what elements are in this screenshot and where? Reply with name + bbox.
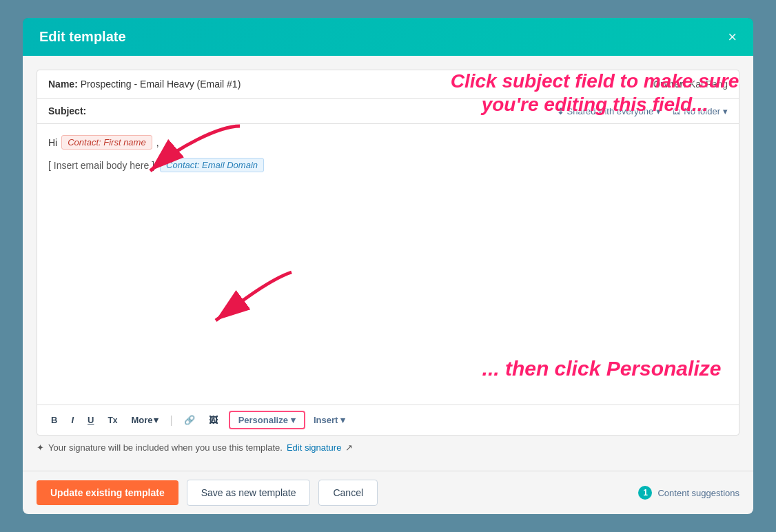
modal-footer: Update existing template Save as new tem… xyxy=(23,471,753,514)
more-chevron-icon: ▾ xyxy=(154,415,159,425)
strikethrough-button[interactable]: Tx xyxy=(105,414,120,427)
comma: , xyxy=(156,137,159,148)
external-link-icon: ↗ xyxy=(345,442,353,453)
chevron-down-icon: ▾ xyxy=(656,106,661,116)
italic-button[interactable]: I xyxy=(68,413,76,427)
email-domain-token: Contact: Email Domain xyxy=(160,158,264,172)
personalize-button[interactable]: Personalize ▾ xyxy=(229,411,305,429)
download-icon: ⬇ xyxy=(557,106,564,116)
owner-label: Owner: xyxy=(653,79,686,90)
name-value: Prospecting - Email Heavy (Email #1) xyxy=(81,79,241,90)
insert-button[interactable]: Insert ▾ xyxy=(314,415,345,425)
modal-overlay: Edit template × Name: Prospecting - Emai… xyxy=(23,18,753,514)
owner-value: Kai Feng xyxy=(689,79,728,90)
close-button[interactable]: × xyxy=(728,30,737,45)
modal-title: Edit template xyxy=(39,29,126,45)
email-body-area[interactable]: Hi Contact: First name , [ Insert email … xyxy=(37,124,739,405)
link-icon-button[interactable]: 🔗 xyxy=(181,413,198,427)
content-suggestions-section[interactable]: 1 Content suggestions xyxy=(638,486,739,500)
chevron-down-icon-2: ▾ xyxy=(723,106,728,116)
modal-header: Edit template × xyxy=(23,18,753,56)
subject-label: Subject: xyxy=(48,105,86,116)
save-as-new-template-button[interactable]: Save as new template xyxy=(187,480,311,506)
image-icon-button[interactable]: 🖼 xyxy=(206,413,221,427)
bold-button[interactable]: B xyxy=(48,413,60,427)
insert-label: Insert xyxy=(314,415,338,425)
folder-label: No folder xyxy=(684,106,720,116)
shared-label: Shared with everyone xyxy=(567,106,654,116)
more-button[interactable]: More ▾ xyxy=(128,413,161,427)
subject-actions: ⬇ Shared with everyone ▾ 🗂 No folder ▾ xyxy=(557,106,728,116)
more-label: More xyxy=(131,415,152,425)
personalize-chevron-icon: ▾ xyxy=(291,415,296,425)
folder-icon: 🗂 xyxy=(672,106,681,116)
underline-button[interactable]: U xyxy=(85,413,96,427)
template-name-section: Name: Prospecting - Email Heavy (Email #… xyxy=(48,79,241,90)
shared-with-everyone-button[interactable]: ⬇ Shared with everyone ▾ xyxy=(557,106,662,116)
signature-row: ✦ Your signature will be included when y… xyxy=(37,436,739,457)
signature-text: Your signature will be included when you… xyxy=(48,442,283,453)
template-card: Name: Prospecting - Email Heavy (Email #… xyxy=(37,70,739,436)
modal-body: Name: Prospecting - Email Heavy (Email #… xyxy=(23,56,753,471)
insert-chevron-icon: ▾ xyxy=(340,415,345,425)
personalize-label: Personalize xyxy=(238,415,288,425)
suggestions-count-badge: 1 xyxy=(638,486,652,500)
cancel-button[interactable]: Cancel xyxy=(318,480,378,506)
name-label: Name: xyxy=(48,79,78,90)
signature-icon: ✦ xyxy=(37,442,44,453)
toolbar-divider-1: | xyxy=(170,414,172,427)
hi-line: Hi Contact: First name , xyxy=(48,135,728,150)
insert-line: [ Insert email body here ] Contact: Emai… xyxy=(48,158,728,172)
edit-signature-link[interactable]: Edit signature xyxy=(287,442,342,453)
toolbar-row: B I U Tx More ▾ | 🔗 🖼 Personalize ▾ Inse… xyxy=(37,405,739,435)
subject-row[interactable]: Subject: ⬇ Shared with everyone ▾ 🗂 No f… xyxy=(37,99,739,124)
template-name-row: Name: Prospecting - Email Heavy (Email #… xyxy=(37,70,739,99)
insert-placeholder: [ Insert email body here ] xyxy=(48,160,154,171)
first-name-token: Contact: First name xyxy=(61,135,152,150)
owner-section: Owner: Kai Feng xyxy=(653,79,728,90)
update-existing-template-button[interactable]: Update existing template xyxy=(37,480,178,505)
suggestions-label: Content suggestions xyxy=(657,488,739,498)
no-folder-button[interactable]: 🗂 No folder ▾ xyxy=(672,106,728,116)
hi-text: Hi xyxy=(48,137,57,148)
